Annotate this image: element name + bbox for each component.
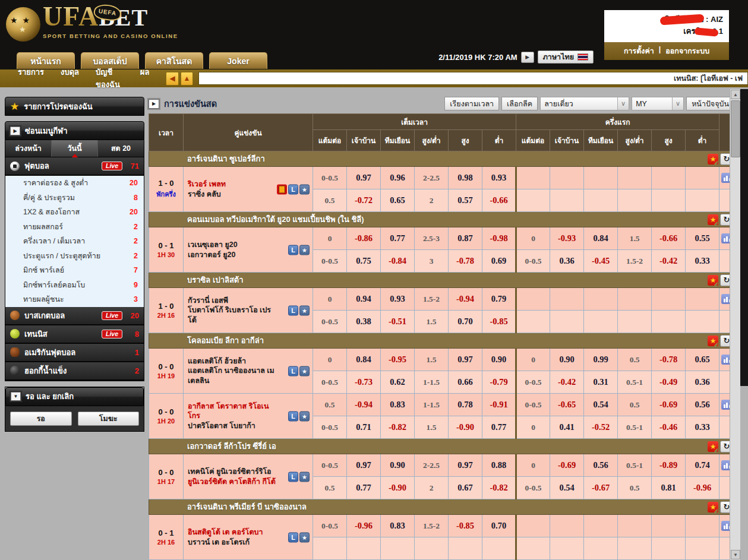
odds-cell[interactable]: 0.77: [381, 227, 415, 250]
collapse-icon[interactable]: ▶: [149, 99, 159, 109]
scroll-left-arrow-button[interactable]: ◀: [166, 72, 178, 86]
pending-button-1[interactable]: โมฆะ: [78, 412, 140, 426]
odds-cell[interactable]: -0.51: [381, 311, 415, 333]
favorite-league-star-icon[interactable]: ★: [708, 441, 718, 452]
pending-header[interactable]: ▼ รอ และ ยกเลิก: [5, 387, 144, 406]
favorite-league-star-icon[interactable]: ★: [708, 214, 718, 225]
odds-cell[interactable]: 0.33: [686, 250, 719, 273]
ufabet-logo[interactable]: UFABET SPORT BETTING AND CASINO ONLINE U…: [6, 4, 178, 42]
sport-subitem[interactable]: ราคาต่อรอง & สูงต่ำ20: [5, 176, 144, 191]
odds-cell[interactable]: 0.84: [347, 349, 381, 371]
odds-cell[interactable]: -0.89: [652, 454, 686, 477]
live-stream-icon[interactable]: L: [288, 305, 298, 315]
add-favorite-star-icon[interactable]: ★: [299, 411, 310, 421]
odds-cell[interactable]: 0.67: [449, 477, 482, 499]
odds-cell[interactable]: -0.94: [449, 288, 482, 311]
odds-cell[interactable]: 0.81: [652, 477, 686, 499]
odds-cell[interactable]: -0.90: [381, 477, 415, 499]
live-stream-icon[interactable]: L: [288, 184, 298, 194]
odds-cell[interactable]: -0.82: [482, 477, 516, 499]
odds-cell[interactable]: 0.62: [381, 371, 415, 394]
odds-cell[interactable]: 0.36: [550, 250, 584, 273]
sport-subitem[interactable]: มิกซ์พาร์เลย์คอมโบ9: [5, 278, 144, 293]
odds-cell[interactable]: 0.97: [449, 349, 482, 371]
live-stream-icon[interactable]: L: [288, 532, 298, 542]
odds-cell[interactable]: -0.42: [652, 250, 686, 273]
sidebar-sport[interactable]: ฟุตบอลLive71: [5, 157, 144, 176]
sidebar-sport[interactable]: บาสเกตบอลLive20: [5, 307, 144, 325]
odds-cell[interactable]: 0.75: [347, 250, 381, 273]
odds-cell[interactable]: -0.69: [550, 454, 584, 477]
logout-link[interactable]: ออกจากระบบ: [665, 45, 709, 57]
sidebar-sport[interactable]: อเมริกันฟุตบอล1: [5, 344, 144, 362]
odds-cell[interactable]: 0.70: [449, 311, 482, 333]
odds-cell[interactable]: -0.69: [652, 394, 686, 416]
add-favorite-star-icon[interactable]: ★: [299, 245, 310, 255]
odds-cell[interactable]: 0.31: [584, 371, 618, 394]
odds-cell[interactable]: -0.90: [449, 416, 482, 439]
add-favorite-star-icon[interactable]: ★: [299, 532, 310, 542]
odds-cell[interactable]: -0.45: [584, 250, 618, 273]
odds-cell[interactable]: -0.73: [347, 371, 381, 394]
odds-cell[interactable]: -0.79: [482, 371, 516, 394]
sport-subitem[interactable]: ประตูแรก / ประตูสุดท้าย2: [5, 249, 144, 264]
odds-cell[interactable]: 0.74: [686, 454, 719, 477]
view-mode-select[interactable]: ลายเดี่ยว ∨: [540, 97, 629, 110]
odds-cell[interactable]: 0.56: [584, 454, 618, 477]
odds-cell[interactable]: 0.87: [449, 227, 482, 250]
favorite-league-star-icon[interactable]: ★: [708, 502, 718, 512]
odds-cell[interactable]: 0.36: [686, 371, 719, 394]
live-stream-icon[interactable]: L: [288, 366, 298, 376]
odds-cell[interactable]: 0.96: [381, 167, 415, 189]
add-favorite-star-icon[interactable]: ★: [299, 472, 310, 482]
sport-subitem[interactable]: คี่/คู่ & ประตูรวม8: [5, 191, 144, 205]
odds-cell[interactable]: -0.66: [482, 189, 516, 212]
match-teams-cell[interactable]: แอตเลติโก้ ฮ้วยล้าแอตเลติโก นาซิอองนาล เ…: [184, 349, 313, 394]
menu-item-0[interactable]: รายการ: [18, 66, 44, 91]
sidebar-tab-1[interactable]: วันนี้: [52, 140, 98, 157]
sport-subitem[interactable]: ทายผลผู้ชนะ3: [5, 292, 144, 307]
sport-subitem[interactable]: ครึ่งเวลา / เต็มเวลา2: [5, 234, 144, 249]
odds-cell[interactable]: 0.65: [381, 189, 415, 212]
favorites-header[interactable]: ★ รายการโปรดของฉัน: [5, 97, 144, 116]
odds-cell[interactable]: -0.72: [347, 189, 381, 212]
odds-cell[interactable]: -0.94: [347, 394, 381, 416]
odds-cell[interactable]: 0.84: [584, 227, 618, 250]
odds-cell[interactable]: -0.98: [482, 227, 516, 250]
odds-cell[interactable]: -0.46: [652, 416, 686, 439]
odds-cell[interactable]: -0.84: [381, 250, 415, 273]
odds-cell[interactable]: 0.93: [482, 167, 516, 189]
odds-cell[interactable]: -0.52: [584, 416, 618, 439]
match-teams-cell[interactable]: อากีลาส โดราดาส ริโอเนโกรปาตริโอตาส โบยา…: [184, 394, 313, 439]
odds-cell[interactable]: 0.90: [550, 349, 584, 371]
vertical-scrollbar[interactable]: ▲ ▼: [730, 89, 740, 560]
odds-cell[interactable]: -0.86: [347, 227, 381, 250]
odds-cell[interactable]: -0.91: [482, 394, 516, 416]
odds-cell[interactable]: 0.54: [550, 477, 584, 499]
odds-cell[interactable]: -0.96: [686, 477, 719, 499]
odds-cell[interactable]: 0.71: [347, 416, 381, 439]
language-button[interactable]: ภาษาไทย: [538, 50, 594, 64]
odds-cell[interactable]: 0.97: [347, 167, 381, 189]
play-toggle-icon[interactable]: ▶: [521, 52, 534, 63]
odds-type-select[interactable]: MY ∨: [632, 97, 684, 110]
odds-cell[interactable]: 0.97: [347, 454, 381, 477]
odds-cell[interactable]: -0.85: [482, 311, 516, 333]
odds-cell[interactable]: -0.96: [347, 515, 381, 537]
add-favorite-star-icon[interactable]: ★: [299, 184, 310, 194]
add-favorite-star-icon[interactable]: ★: [299, 366, 310, 376]
odds-cell[interactable]: -0.78: [449, 250, 482, 273]
sports-menu-header[interactable]: ▶ ซ่อนเมนูกีฬา: [5, 121, 144, 140]
sidebar-sport[interactable]: เทนนิสLive8: [5, 325, 144, 344]
odds-cell[interactable]: 0.69: [482, 250, 516, 273]
scroll-up-arrow-button[interactable]: ▲: [181, 72, 193, 86]
odds-cell[interactable]: 0.90: [482, 349, 516, 371]
match-teams-cell[interactable]: ริเวอร์ เพลทราซิ่ง คลับL★: [184, 167, 313, 212]
menu-item-2[interactable]: บัญชีของฉัน: [96, 66, 124, 91]
live-stream-icon[interactable]: L: [288, 411, 298, 421]
odds-cell[interactable]: 0.99: [584, 349, 618, 371]
odds-cell[interactable]: 0.83: [381, 515, 415, 537]
odds-cell[interactable]: 0.79: [482, 288, 516, 311]
odds-cell[interactable]: 0.83: [381, 394, 415, 416]
odds-cell[interactable]: 0.97: [449, 454, 482, 477]
